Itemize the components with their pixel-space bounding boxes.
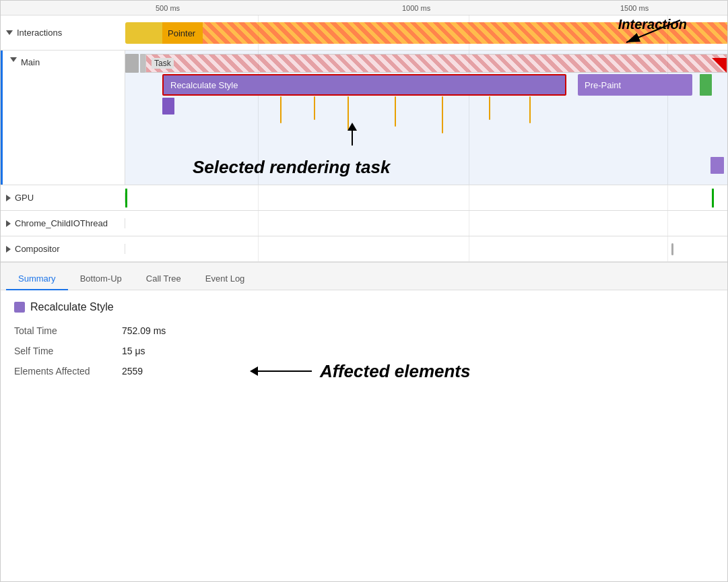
time-1500: 1500 ms — [620, 4, 649, 12]
yellow-bar-4 — [395, 96, 396, 127]
interactions-row: Interactions Pointer — [1, 15, 727, 51]
interactions-collapse-icon[interactable] — [6, 30, 13, 35]
yellow-bar-1 — [280, 96, 282, 123]
recalculate-style-bar[interactable]: Recalculate Style — [162, 74, 566, 96]
summary-title: Recalculate Style — [14, 301, 714, 313]
affected-arrow — [250, 366, 312, 376]
time-1000: 1000 ms — [402, 4, 430, 12]
summary-color-icon — [14, 302, 25, 313]
pointer-label: Pointer — [162, 22, 203, 44]
tab-call-tree[interactable]: Call Tree — [134, 268, 193, 290]
task-label: Task — [152, 58, 174, 69]
gpu-vgrid-1000 — [469, 185, 469, 210]
blue-indicator — [1, 51, 3, 185]
self-time-row: Self Time 15 μs — [14, 346, 714, 356]
gpu-green-2 — [712, 189, 714, 207]
gpu-vgrid-500 — [258, 185, 259, 210]
gpu-track — [125, 185, 727, 210]
time-ruler: 500 ms 1000 ms 1500 ms — [1, 1, 727, 15]
total-time-label: Total Time — [14, 325, 122, 336]
prepaint-label: Pre-Paint — [585, 80, 621, 90]
total-time-row: Total Time 752.09 ms — [14, 325, 714, 336]
yellow-bar-7 — [529, 96, 531, 123]
compositor-expand-icon[interactable] — [6, 246, 11, 253]
main-label: Main — [1, 51, 125, 185]
green-block — [700, 74, 712, 96]
purple-block-right — [710, 157, 724, 174]
tab-summary[interactable]: Summary — [6, 268, 68, 290]
elements-affected-value: 2559 — [122, 366, 143, 377]
tab-event-log[interactable]: Event Log — [193, 268, 257, 290]
pointer-yellow-block — [125, 22, 162, 44]
interactions-label: Interactions — [1, 28, 125, 38]
yellow-bar-6 — [489, 96, 490, 120]
interactions-label-text: Interactions — [17, 28, 62, 38]
gpu-vgrid-1500 — [667, 185, 668, 210]
summary-title-text: Recalculate Style — [30, 301, 114, 313]
affected-annotation-text: Affected elements — [320, 361, 471, 382]
elements-affected-row: Elements Affected 2559 Affected elements — [14, 366, 714, 377]
chrome-child-label: Chrome_ChildIOThread — [1, 218, 125, 228]
interactions-track: Pointer Interaction — [125, 15, 727, 50]
yellow-bar-2 — [314, 96, 315, 120]
gpu-expand-icon[interactable] — [6, 195, 11, 201]
interaction-annotation: Interaction — [606, 17, 687, 48]
affected-annotation: Affected elements — [250, 361, 471, 382]
scroll-indicator — [671, 243, 673, 255]
compositor-row: Compositor — [1, 236, 727, 262]
red-triangle — [712, 58, 727, 73]
elements-affected-label: Elements Affected — [14, 366, 122, 377]
gray-block-2 — [140, 54, 145, 73]
self-time-label: Self Time — [14, 346, 122, 356]
gpu-label: GPU — [1, 193, 125, 203]
gpu-row: GPU — [1, 185, 727, 211]
chrome-child-row: Chrome_ChildIOThread — [1, 211, 727, 236]
compositor-label-text: Compositor — [15, 244, 59, 254]
affected-arrow-head — [250, 366, 258, 376]
gpu-green-1 — [125, 189, 127, 207]
prepaint-bar[interactable]: Pre-Paint — [578, 74, 692, 96]
tab-bottom-up[interactable]: Bottom-Up — [68, 268, 134, 290]
pointer-block: Pointer — [125, 22, 203, 44]
chrome-child-label-text: Chrome_ChildIOThread — [15, 218, 108, 228]
chrome-child-track — [125, 211, 727, 236]
rendering-arrow — [348, 123, 357, 146]
recalc-label: Recalculate Style — [170, 80, 238, 90]
interaction-annotation-text: Interaction — [618, 17, 687, 32]
chrome-child-expand-icon[interactable] — [6, 220, 11, 227]
time-500: 500 ms — [156, 4, 180, 12]
task-bar[interactable]: Task — [145, 54, 727, 73]
main-label-text: Main — [21, 57, 40, 67]
rendering-annotation: Selected rendering task — [193, 157, 390, 178]
compositor-track — [125, 236, 727, 261]
total-time-value: 752.09 ms — [122, 325, 166, 336]
self-time-value: 15 μs — [122, 346, 145, 356]
compositor-label: Compositor — [1, 244, 125, 254]
yellow-bar-5 — [442, 96, 443, 133]
arrow-shaft — [352, 131, 353, 146]
purple-block-left — [162, 98, 174, 115]
tabs-bar: Summary Bottom-Up Call Tree Event Log — [1, 262, 727, 290]
main-row: Main Task Recalculate Style Pre-Paint — [1, 51, 727, 185]
arrow-head-up — [348, 123, 357, 131]
timeline-section: 500 ms 1000 ms 1500 ms Interactions Poin… — [1, 1, 727, 262]
rendering-annotation-text: Selected rendering task — [193, 157, 390, 177]
summary-panel: Recalculate Style Total Time 752.09 ms S… — [1, 290, 727, 397]
affected-arrow-line — [258, 370, 312, 372]
main-track: Task Recalculate Style Pre-Paint — [125, 51, 727, 185]
gpu-label-text: GPU — [15, 193, 34, 203]
gray-block-1 — [125, 54, 139, 73]
main-collapse-icon[interactable] — [10, 57, 17, 62]
